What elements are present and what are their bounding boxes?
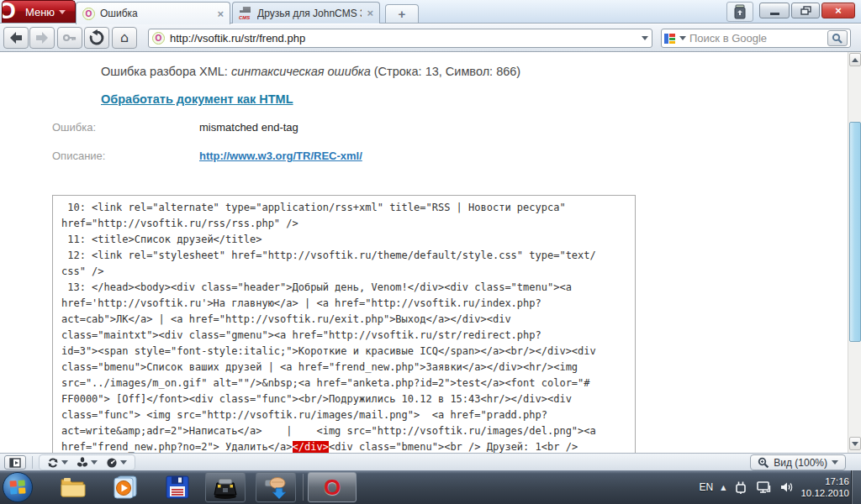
error-label: Ошибка:	[52, 121, 96, 134]
opera-icon: O	[324, 475, 341, 501]
volume-icon[interactable]	[779, 480, 793, 494]
navigation-toolbar: ⌂ O http://vsoftik.ru/str/frend.php	[0, 24, 861, 52]
restore-button[interactable]	[791, 3, 820, 18]
minimize-button[interactable]	[759, 3, 790, 18]
trash-icon	[733, 4, 747, 19]
opera-logo-icon: O	[2, 0, 16, 23]
search-icon	[832, 33, 843, 45]
tab-title: Друзья для JohnCMS 3...	[257, 8, 362, 19]
opera-browser-window: O Меню O Ошибка × CMS Друзья для JohnCMS…	[0, 0, 861, 504]
taskbar-wmp-button[interactable]	[106, 472, 145, 502]
search-input[interactable]	[689, 32, 824, 45]
close-button[interactable]: ×	[821, 3, 855, 18]
home-icon: ⌂	[120, 31, 129, 45]
tab-close-icon[interactable]: ×	[217, 8, 224, 20]
address-bar[interactable]: O http://vsoftik.ru/str/frend.php	[148, 29, 652, 48]
key-icon	[61, 29, 78, 46]
search-go-button[interactable]	[827, 30, 848, 46]
clock[interactable]: 17:16 10.12.2010	[800, 475, 849, 499]
address-dropdown-icon[interactable]	[642, 36, 648, 40]
address-url-text[interactable]: http://vsoftik.ru/str/frend.php	[170, 32, 637, 45]
system-tray: EN ▲ 17:16 10.12.2010	[700, 470, 849, 504]
sync-button[interactable]	[47, 457, 68, 469]
tray-expand-icon[interactable]: ▲	[721, 484, 726, 491]
search-box[interactable]	[661, 29, 851, 48]
triangle-down-icon	[852, 442, 858, 446]
taskbar-download-app-button[interactable]	[256, 472, 296, 502]
media-player-icon	[113, 475, 138, 500]
xml-spec-link[interactable]: http://www.w3.org/TR/REC-xml/	[199, 150, 362, 162]
taskbar-machine-app-button[interactable]	[205, 472, 246, 502]
back-arrow-icon	[8, 29, 24, 46]
power-plug-icon[interactable]	[733, 480, 748, 495]
closed-tabs-trash-button[interactable]	[726, 2, 753, 22]
code-block: 10: <link rel="alternate" type="applicat…	[52, 195, 636, 453]
network-icon[interactable]	[756, 480, 772, 495]
close-icon: ×	[835, 4, 842, 17]
chevron-down-icon	[59, 10, 66, 14]
zoom-control-button[interactable]: Вид (100%)	[750, 454, 846, 470]
unite-button[interactable]	[77, 457, 98, 469]
windows-flag-icon	[9, 480, 25, 494]
start-button[interactable]	[3, 472, 33, 502]
triangle-up-icon	[852, 58, 858, 62]
cms-favicon: CMS	[239, 7, 252, 19]
reparse-as-html-link[interactable]: Обработать документ как HTML	[101, 92, 293, 106]
forward-button[interactable]	[29, 27, 55, 49]
taskbar-explorer-button[interactable]	[54, 472, 92, 502]
divider	[303, 474, 304, 501]
panels-toggle-button[interactable]	[4, 455, 26, 470]
tab-close-icon[interactable]: ×	[367, 7, 373, 19]
forward-arrow-icon	[34, 29, 50, 46]
xml-error-heading: Ошибка разбора XML: синтаксическая ошибк…	[101, 65, 520, 78]
scrollbar-thumb[interactable]	[849, 122, 861, 342]
tab-johncms-friends[interactable]: CMS Друзья для JohnCMS 3... ×	[232, 2, 380, 24]
turbo-button[interactable]	[106, 457, 127, 469]
back-button[interactable]	[3, 27, 29, 49]
statusbar-tools-group	[39, 454, 135, 470]
language-indicator[interactable]: EN	[700, 481, 714, 493]
zoom-label: Вид (100%)	[774, 457, 827, 469]
scroll-down-button[interactable]	[849, 437, 861, 450]
folder-icon	[60, 476, 87, 498]
page-scrollbar[interactable]	[848, 52, 861, 453]
site-favicon: O	[152, 32, 165, 45]
error-value: mismatched end-tag	[199, 121, 298, 134]
panel-icon	[9, 458, 21, 468]
description-label: Описание:	[52, 150, 105, 162]
windows-taskbar: O EN ▲ 17:16 10.12.2010	[0, 470, 861, 504]
status-bar: Вид (100%)	[0, 453, 861, 470]
sync-icon	[47, 457, 59, 469]
hand-download-icon	[263, 475, 288, 500]
tab-bar: O Меню O Ошибка × CMS Друзья для JohnCMS…	[0, 0, 861, 24]
chevron-down-icon	[91, 460, 98, 465]
menu-button-label: Меню	[25, 6, 55, 18]
unite-fan-icon	[77, 457, 88, 469]
turbo-gauge-icon	[106, 457, 118, 469]
floppy-disk-icon	[165, 475, 190, 500]
opera-page-icon: O	[82, 8, 95, 20]
chevron-down-icon	[61, 460, 68, 465]
chevron-down-icon	[832, 460, 838, 465]
opera-menu-button[interactable]: O Меню	[2, 0, 76, 23]
scroll-up-button[interactable]	[849, 53, 861, 66]
page-content: Ошибка разбора XML: синтаксическая ошибк…	[0, 52, 861, 453]
tab-title: Ошибка	[100, 8, 212, 19]
home-button[interactable]: ⌂	[112, 27, 137, 49]
taskbar-opera-button[interactable]: O	[308, 472, 357, 502]
taskbar-floppy-button[interactable]	[158, 472, 197, 502]
restore-icon	[800, 6, 811, 16]
password-wand-button[interactable]	[57, 27, 82, 49]
divider	[32, 456, 33, 469]
reload-icon	[88, 29, 105, 46]
tab-error-page[interactable]: O Ошибка ×	[76, 2, 230, 24]
reload-button[interactable]	[84, 27, 109, 49]
zoom-magnifier-icon	[758, 457, 769, 469]
show-desktop-button[interactable]	[851, 470, 861, 504]
google-icon	[664, 33, 676, 45]
chevron-down-icon	[120, 460, 127, 465]
new-tab-button[interactable]: +	[385, 4, 419, 23]
clock-time: 17:16	[800, 475, 849, 487]
search-engine-dropdown-icon[interactable]	[679, 36, 686, 40]
clock-date: 10.12.2010	[800, 487, 849, 499]
